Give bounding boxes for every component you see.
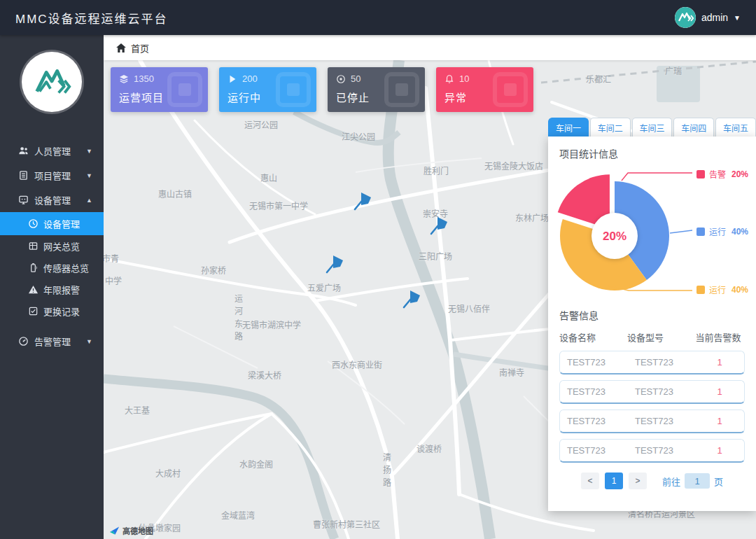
device-submenu: 设备管理 网关总览 传感器总览 — [0, 212, 104, 322]
brand-logo — [22, 52, 82, 112]
stat-value: 50 — [351, 74, 360, 84]
stopped-icon — [336, 74, 346, 84]
tab-workshop-3[interactable]: 车间三 — [632, 118, 673, 136]
svg-text:20%: 20% — [603, 230, 626, 243]
warning-icon — [28, 284, 38, 295]
sidebar-item-device-manage[interactable]: 设备管理 — [0, 212, 104, 235]
stat-value: 200 — [242, 74, 258, 84]
table-row[interactable]: TEST723 TEST723 1 — [559, 351, 745, 374]
sidebar-item-sensor[interactable]: 传感器总览 — [0, 257, 104, 279]
chip-icon — [276, 72, 311, 107]
tab-workshop-1[interactable]: 车间一 — [548, 118, 589, 136]
home-icon[interactable] — [116, 43, 126, 52]
mountain-logo-icon — [675, 7, 696, 28]
page-unit-label: 页 — [714, 475, 723, 488]
user-menu[interactable]: admin ▼ — [675, 7, 741, 28]
map-pin[interactable] — [401, 288, 422, 309]
tab-workshop-2[interactable]: 车间二 — [590, 118, 631, 136]
table-row[interactable]: TEST723 TEST723 1 — [559, 380, 745, 404]
sidebar-group-personnel[interactable]: 人员管理 ▼ — [0, 139, 104, 163]
workshop-panel: 车间一 车间二 车间三 车间四 车间五 项目统计信息 20% 告警 20% 运行… — [548, 118, 756, 511]
stat-cards: 1350 运营项目 200 运行中 50 已停止 10 — [111, 67, 533, 112]
topbar: MMC设备远程运维云平台 admin ▼ — [0, 0, 756, 35]
pushpin-icon — [428, 215, 449, 236]
bell-icon — [444, 74, 454, 84]
alarm-icon — [18, 336, 29, 346]
map-pin[interactable] — [352, 190, 373, 211]
map-pin[interactable] — [324, 253, 345, 274]
device-icon — [18, 195, 29, 205]
app-title: MMC设备远程运维云平台 — [15, 9, 168, 27]
legend-swatch — [696, 227, 705, 236]
prev-page-button[interactable]: < — [581, 472, 599, 489]
goto-page-input[interactable] — [685, 473, 710, 489]
alarm-title: 告警信息 — [559, 308, 745, 322]
chip-icon — [167, 72, 202, 107]
table-row[interactable]: TEST723 TEST723 1 — [559, 410, 745, 433]
sidebar-item-age-alarm[interactable]: 年限报警 — [0, 279, 104, 300]
username: admin — [701, 12, 728, 23]
legend-item-running-orange: 运行 40% — [696, 284, 748, 295]
pagination: < 1 > 前往 页 — [559, 472, 745, 489]
pushpin-icon — [352, 190, 373, 211]
mountain-logo-icon — [30, 60, 74, 104]
layers-icon — [119, 74, 129, 84]
stat-card-stopped[interactable]: 50 已停止 — [328, 67, 425, 112]
legend-item-alarm: 告警 20% — [696, 168, 748, 180]
panel-body: 项目统计信息 20% 告警 20% 运行 40% 运行 40% — [548, 136, 756, 511]
map-attribution: 高德地图 — [109, 525, 153, 536]
amap-logo-icon — [109, 526, 120, 536]
app-root: 乐都汇广瑞运河公园江尖公园惠山惠山古镇无锡市第一中学胜利门无锡金陵大饭店崇安寺东… — [0, 0, 756, 539]
chip-icon — [384, 72, 419, 107]
sidebar-item-gateway[interactable]: 网关总览 — [0, 235, 104, 257]
record-icon — [28, 306, 38, 316]
tab-workshop-5[interactable]: 车间五 — [715, 118, 756, 136]
legend-swatch — [696, 170, 705, 178]
project-icon — [18, 170, 29, 181]
legend-item-running-blue: 运行 40% — [696, 225, 748, 237]
sidebar-group-device[interactable]: 设备管理 ▲ — [0, 188, 104, 212]
tab-workshop-4[interactable]: 车间四 — [673, 118, 714, 136]
users-icon — [18, 146, 29, 156]
stat-card-projects[interactable]: 1350 运营项目 — [111, 67, 208, 112]
stats-title: 项目统计信息 — [559, 146, 745, 160]
chevron-down-icon: ▼ — [86, 338, 92, 345]
pushpin-icon — [401, 288, 422, 309]
breadcrumb: 首页 — [104, 35, 756, 60]
page-1-button[interactable]: 1 — [605, 472, 623, 489]
play-icon — [227, 74, 237, 84]
breadcrumb-home[interactable]: 首页 — [131, 41, 149, 55]
sidebar-group-alarm[interactable]: 告警管理 ▼ — [0, 329, 104, 354]
pushpin-icon — [324, 253, 345, 274]
user-caret-icon: ▼ — [734, 14, 741, 22]
legend-swatch — [696, 286, 705, 294]
stat-value: 10 — [459, 74, 469, 84]
sidebar: 人员管理 ▼ 项目管理 ▼ 设备管理 ▲ — [0, 35, 104, 539]
gateway-icon — [28, 241, 38, 251]
next-page-button[interactable]: > — [629, 472, 647, 489]
alarm-table-header: 设备名称 设备型号 当前告警数 — [559, 330, 745, 344]
sidebar-group-project[interactable]: 项目管理 ▼ — [0, 163, 104, 188]
clock-icon — [28, 218, 38, 229]
chevron-down-icon: ▼ — [86, 148, 92, 155]
workshop-tabs: 车间一 车间二 车间三 车间四 车间五 — [548, 118, 756, 136]
stat-value: 1350 — [134, 74, 154, 84]
sidebar-item-replace-record[interactable]: 更换记录 — [0, 300, 104, 322]
chevron-up-icon: ▲ — [86, 197, 92, 204]
table-row[interactable]: TEST723 TEST723 1 — [559, 439, 745, 463]
user-avatar — [675, 7, 696, 28]
stat-card-running[interactable]: 200 运行中 — [219, 67, 316, 112]
chevron-down-icon: ▼ — [86, 172, 92, 179]
goto-label: 前往 — [662, 475, 680, 488]
map-pin[interactable] — [428, 215, 449, 236]
chip-icon — [493, 72, 528, 107]
project-pie-chart: 20% 告警 20% 运行 40% 运行 40% — [548, 163, 756, 307]
sensor-icon — [28, 262, 38, 273]
stat-card-abnormal[interactable]: 10 异常 — [436, 67, 533, 112]
